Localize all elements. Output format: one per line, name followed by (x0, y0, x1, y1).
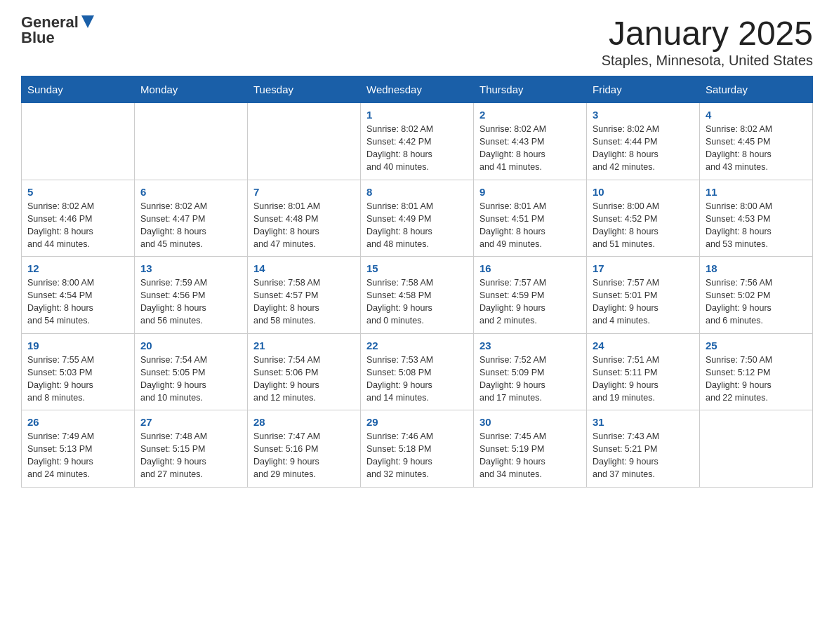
day-number: 27 (140, 416, 241, 428)
day-header-wednesday: Wednesday (361, 76, 474, 103)
day-header-thursday: Thursday (474, 76, 587, 103)
day-number: 15 (366, 262, 468, 274)
day-info: Sunrise: 7:58 AMSunset: 4:57 PMDaylight:… (253, 276, 355, 328)
title-block: January 2025 Staples, Minnesota, United … (602, 14, 813, 69)
calendar-title: January 2025 (602, 14, 813, 53)
calendar-cell: 12Sunrise: 8:00 AMSunset: 4:54 PMDayligh… (22, 257, 135, 334)
day-info: Sunrise: 8:02 AMSunset: 4:43 PMDaylight:… (479, 123, 581, 174)
day-number: 22 (366, 340, 468, 351)
day-number: 13 (140, 262, 241, 274)
calendar-cell: 15Sunrise: 7:58 AMSunset: 4:58 PMDayligh… (361, 257, 474, 334)
day-info: Sunrise: 8:01 AMSunset: 4:51 PMDaylight:… (479, 200, 581, 251)
day-number: 28 (253, 416, 355, 428)
day-header-sunday: Sunday (22, 76, 135, 103)
day-info: Sunrise: 7:46 AMSunset: 5:18 PMDaylight:… (366, 430, 468, 481)
day-number: 12 (27, 262, 128, 274)
week-row-4: 19Sunrise: 7:55 AMSunset: 5:03 PMDayligh… (22, 333, 813, 410)
calendar-cell: 31Sunrise: 7:43 AMSunset: 5:21 PMDayligh… (587, 410, 700, 488)
day-number: 21 (253, 340, 355, 351)
day-info: Sunrise: 8:00 AMSunset: 4:52 PMDaylight:… (593, 200, 694, 251)
day-info: Sunrise: 7:52 AMSunset: 5:09 PMDaylight:… (479, 354, 581, 405)
day-info: Sunrise: 7:58 AMSunset: 4:58 PMDaylight:… (366, 276, 468, 328)
day-number: 31 (593, 416, 694, 428)
day-number: 19 (27, 340, 128, 351)
day-number: 14 (253, 262, 355, 274)
day-number: 11 (706, 186, 807, 198)
week-row-3: 12Sunrise: 8:00 AMSunset: 4:54 PMDayligh… (22, 257, 813, 334)
calendar-cell: 21Sunrise: 7:54 AMSunset: 5:06 PMDayligh… (248, 333, 361, 410)
day-number: 10 (593, 186, 694, 198)
day-number: 24 (593, 340, 694, 351)
week-row-1: 1Sunrise: 8:02 AMSunset: 4:42 PMDaylight… (22, 103, 813, 180)
day-number: 8 (366, 186, 468, 198)
logo: General Blue (21, 14, 94, 46)
day-info: Sunrise: 7:57 AMSunset: 4:59 PMDaylight:… (479, 276, 581, 328)
day-number: 1 (366, 109, 468, 121)
calendar-cell: 6Sunrise: 8:02 AMSunset: 4:47 PMDaylight… (135, 180, 248, 257)
page-header: General Blue January 2025 Staples, Minne… (21, 14, 813, 69)
day-info: Sunrise: 8:01 AMSunset: 4:49 PMDaylight:… (366, 200, 468, 251)
day-header-saturday: Saturday (700, 76, 813, 103)
day-number: 18 (706, 262, 807, 274)
calendar-cell: 28Sunrise: 7:47 AMSunset: 5:16 PMDayligh… (248, 410, 361, 488)
day-info: Sunrise: 7:48 AMSunset: 5:15 PMDaylight:… (140, 430, 241, 481)
calendar-cell: 11Sunrise: 8:00 AMSunset: 4:53 PMDayligh… (700, 180, 813, 257)
calendar-cell: 20Sunrise: 7:54 AMSunset: 5:05 PMDayligh… (135, 333, 248, 410)
day-info: Sunrise: 7:51 AMSunset: 5:11 PMDaylight:… (593, 354, 694, 405)
day-number: 29 (366, 416, 468, 428)
day-info: Sunrise: 7:55 AMSunset: 5:03 PMDaylight:… (27, 354, 128, 405)
day-number: 4 (706, 109, 807, 121)
day-number: 16 (479, 262, 581, 274)
week-row-2: 5Sunrise: 8:02 AMSunset: 4:46 PMDaylight… (22, 180, 813, 257)
day-header-friday: Friday (587, 76, 700, 103)
calendar-body: 1Sunrise: 8:02 AMSunset: 4:42 PMDaylight… (22, 103, 813, 488)
day-number: 26 (27, 416, 128, 428)
calendar-table: SundayMondayTuesdayWednesdayThursdayFrid… (21, 76, 813, 488)
calendar-cell (700, 410, 813, 488)
day-info: Sunrise: 7:43 AMSunset: 5:21 PMDaylight:… (593, 430, 694, 481)
day-number: 17 (593, 262, 694, 274)
day-header-monday: Monday (135, 76, 248, 103)
calendar-cell: 23Sunrise: 7:52 AMSunset: 5:09 PMDayligh… (474, 333, 587, 410)
calendar-cell: 9Sunrise: 8:01 AMSunset: 4:51 PMDaylight… (474, 180, 587, 257)
calendar-cell: 27Sunrise: 7:48 AMSunset: 5:15 PMDayligh… (135, 410, 248, 488)
day-info: Sunrise: 7:54 AMSunset: 5:06 PMDaylight:… (253, 354, 355, 405)
day-number: 7 (253, 186, 355, 198)
calendar-cell: 26Sunrise: 7:49 AMSunset: 5:13 PMDayligh… (22, 410, 135, 488)
calendar-cell (22, 103, 135, 180)
day-info: Sunrise: 8:02 AMSunset: 4:47 PMDaylight:… (140, 200, 241, 251)
day-info: Sunrise: 7:57 AMSunset: 5:01 PMDaylight:… (593, 276, 694, 328)
calendar-cell: 5Sunrise: 8:02 AMSunset: 4:46 PMDaylight… (22, 180, 135, 257)
day-info: Sunrise: 7:50 AMSunset: 5:12 PMDaylight:… (706, 354, 807, 405)
day-info: Sunrise: 8:02 AMSunset: 4:42 PMDaylight:… (366, 123, 468, 174)
calendar-cell: 22Sunrise: 7:53 AMSunset: 5:08 PMDayligh… (361, 333, 474, 410)
day-number: 9 (479, 186, 581, 198)
day-info: Sunrise: 8:02 AMSunset: 4:46 PMDaylight:… (27, 200, 128, 251)
day-info: Sunrise: 8:02 AMSunset: 4:45 PMDaylight:… (706, 123, 807, 174)
logo-triangle-icon (81, 15, 94, 28)
day-number: 2 (479, 109, 581, 121)
day-number: 25 (706, 340, 807, 351)
calendar-header: SundayMondayTuesdayWednesdayThursdayFrid… (22, 76, 813, 103)
logo-text-blue: Blue (21, 29, 55, 46)
calendar-cell: 13Sunrise: 7:59 AMSunset: 4:56 PMDayligh… (135, 257, 248, 334)
calendar-cell: 16Sunrise: 7:57 AMSunset: 4:59 PMDayligh… (474, 257, 587, 334)
day-number: 30 (479, 416, 581, 428)
day-number: 23 (479, 340, 581, 351)
calendar-cell (248, 103, 361, 180)
day-info: Sunrise: 7:47 AMSunset: 5:16 PMDaylight:… (253, 430, 355, 481)
calendar-cell: 4Sunrise: 8:02 AMSunset: 4:45 PMDaylight… (700, 103, 813, 180)
calendar-cell: 30Sunrise: 7:45 AMSunset: 5:19 PMDayligh… (474, 410, 587, 488)
day-info: Sunrise: 7:49 AMSunset: 5:13 PMDaylight:… (27, 430, 128, 481)
svg-marker-0 (81, 15, 94, 28)
day-number: 20 (140, 340, 241, 351)
calendar-cell: 10Sunrise: 8:00 AMSunset: 4:52 PMDayligh… (587, 180, 700, 257)
calendar-cell: 3Sunrise: 8:02 AMSunset: 4:44 PMDaylight… (587, 103, 700, 180)
calendar-subtitle: Staples, Minnesota, United States (602, 53, 813, 69)
day-header-tuesday: Tuesday (248, 76, 361, 103)
calendar-cell (135, 103, 248, 180)
calendar-cell: 1Sunrise: 8:02 AMSunset: 4:42 PMDaylight… (361, 103, 474, 180)
day-info: Sunrise: 8:01 AMSunset: 4:48 PMDaylight:… (253, 200, 355, 251)
calendar-cell: 2Sunrise: 8:02 AMSunset: 4:43 PMDaylight… (474, 103, 587, 180)
day-info: Sunrise: 7:53 AMSunset: 5:08 PMDaylight:… (366, 354, 468, 405)
